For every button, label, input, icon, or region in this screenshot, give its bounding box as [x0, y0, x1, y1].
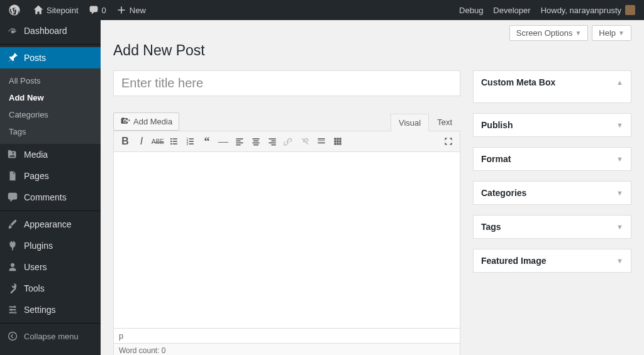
metabox-header[interactable]: Custom Meta Box ▲ [474, 71, 631, 94]
menu-dashboard[interactable]: Dashboard [0, 20, 101, 41]
number-list-button[interactable]: 123 [183, 134, 198, 149]
menu-comments[interactable]: Comments [0, 187, 101, 208]
metabox-header[interactable]: Format ▼ [474, 148, 631, 170]
menu-pages[interactable]: Pages [0, 165, 101, 187]
fullscreen-button[interactable] [441, 134, 456, 149]
align-right-button[interactable] [265, 134, 280, 149]
help-button[interactable]: Help ▼ [592, 25, 631, 41]
svg-rect-25 [318, 138, 325, 139]
metabox-header[interactable]: Publish ▼ [474, 114, 631, 136]
developer-link[interactable]: Developer [488, 0, 535, 20]
menu-label: Plugins [24, 241, 53, 251]
bullet-list-button[interactable] [167, 134, 182, 149]
content-area: Screen Options ▼ Help ▼ Add New Post Add… [101, 20, 644, 355]
editor-canvas[interactable] [114, 152, 460, 328]
comments-link[interactable]: 0 [84, 0, 111, 20]
svg-text:3: 3 [187, 143, 189, 146]
page-title: Add New Post [113, 42, 631, 59]
svg-point-3 [170, 141, 172, 142]
screen-options-button[interactable]: Screen Options ▼ [509, 25, 589, 41]
metabox-publish: Publish ▼ [473, 113, 631, 137]
chevron-down-icon: ▼ [616, 257, 623, 265]
menu-label: Comments [24, 192, 67, 202]
howdy-text: Howdy, narayanprusty [541, 6, 621, 15]
metabox-header[interactable]: Categories ▼ [474, 182, 631, 204]
svg-rect-8 [189, 138, 194, 139]
submenu-tags[interactable]: Tags [0, 123, 101, 140]
svg-rect-29 [336, 138, 338, 139]
tab-text[interactable]: Text [429, 113, 460, 131]
chevron-up-icon: ▲ [616, 79, 623, 86]
strike-button[interactable]: ABE [150, 134, 165, 149]
italic-button[interactable]: I [134, 134, 149, 149]
account-link[interactable]: Howdy, narayanprusty [536, 0, 640, 20]
chevron-down-icon: ▼ [616, 155, 623, 163]
submenu-add-new[interactable]: Add New [0, 89, 101, 106]
menu-label: Media [24, 150, 48, 160]
site-link[interactable]: Sitepoint [28, 0, 84, 20]
collapse-label: Collapse menu [24, 332, 79, 341]
tab-visual[interactable]: Visual [391, 114, 429, 131]
menu-tools[interactable]: Tools [0, 278, 101, 299]
svg-rect-35 [336, 143, 338, 145]
wordpress-icon [9, 4, 20, 16]
word-count: Word count: 0 [113, 344, 460, 355]
chevron-down-icon: ▼ [575, 30, 581, 36]
more-button[interactable] [314, 134, 329, 149]
user-icon [6, 261, 19, 273]
unlink-button[interactable] [297, 134, 313, 149]
svg-rect-18 [253, 140, 258, 141]
chevron-down-icon: ▼ [616, 223, 623, 231]
svg-rect-20 [253, 145, 258, 146]
svg-rect-36 [339, 143, 341, 145]
menu-label: Pages [24, 171, 49, 181]
site-name: Sitepoint [47, 6, 79, 15]
metabox-format: Format ▼ [473, 147, 631, 171]
align-left-button[interactable] [232, 134, 247, 149]
new-content-link[interactable]: New [111, 0, 151, 20]
wp-logo[interactable] [4, 0, 28, 20]
menu-label: Posts [24, 53, 46, 63]
menu-appearance[interactable]: Appearance [0, 214, 101, 235]
svg-rect-21 [269, 138, 275, 139]
debug-link[interactable]: Debug [454, 0, 488, 20]
svg-rect-33 [339, 140, 341, 142]
metabox-header[interactable]: Featured Image ▼ [474, 249, 631, 272]
wrench-icon [6, 283, 19, 294]
svg-rect-6 [173, 143, 177, 145]
menu-settings[interactable]: Settings [0, 299, 101, 320]
menu-plugins[interactable]: Plugins [0, 235, 101, 256]
page-icon [6, 170, 19, 182]
toolbar-toggle-button[interactable] [330, 134, 345, 149]
add-media-button[interactable]: Add Media [113, 112, 179, 131]
collapse-menu[interactable]: Collapse menu [0, 326, 101, 346]
chevron-down-icon: ▼ [616, 121, 623, 129]
metabox-featured-image: Featured Image ▼ [473, 249, 631, 273]
align-center-button[interactable] [248, 134, 264, 149]
svg-rect-4 [173, 141, 177, 142]
comments-count: 0 [102, 6, 106, 15]
submenu-categories[interactable]: Categories [0, 106, 101, 123]
bold-button[interactable]: B [118, 134, 133, 149]
chevron-down-icon: ▼ [618, 30, 625, 36]
svg-rect-28 [334, 138, 336, 139]
hr-button[interactable]: — [216, 134, 231, 149]
sliders-icon [6, 304, 19, 315]
metabox-header[interactable]: Tags ▼ [474, 216, 631, 238]
menu-media[interactable]: Media [0, 144, 101, 165]
brush-icon [6, 219, 19, 230]
menu-label: Settings [24, 305, 56, 315]
svg-point-5 [170, 143, 172, 145]
svg-rect-24 [271, 145, 275, 146]
menu-users[interactable]: Users [0, 256, 101, 278]
submenu-all-posts[interactable]: All Posts [0, 72, 101, 89]
link-button[interactable] [281, 134, 296, 149]
svg-rect-30 [339, 138, 341, 139]
comment-icon [89, 5, 99, 15]
svg-rect-19 [252, 143, 259, 144]
camera-icon [120, 116, 130, 128]
quote-button[interactable]: “ [199, 134, 214, 149]
menu-posts[interactable]: Posts [0, 47, 101, 68]
post-title-input[interactable] [113, 70, 460, 96]
chevron-down-icon: ▼ [616, 189, 623, 197]
